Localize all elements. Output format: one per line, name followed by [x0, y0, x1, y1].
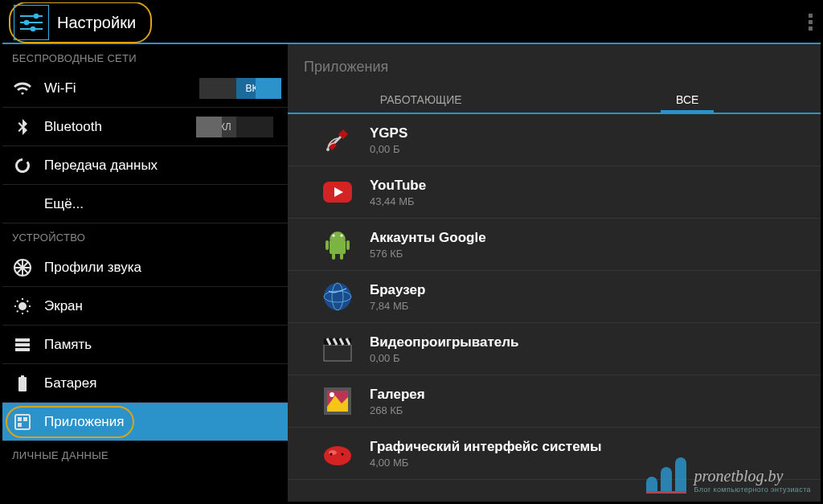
svg-point-7 — [18, 302, 27, 310]
svg-rect-25 — [346, 240, 350, 250]
sidebar-item-label: Экран — [44, 298, 278, 314]
gallery-icon — [320, 383, 355, 419]
sidebar-item-label: Bluetooth — [44, 119, 199, 135]
app-row-youtube[interactable]: YouTube43,44 МБ — [288, 166, 821, 219]
app-row-google-accounts[interactable]: Аккаунты Google576 КБ — [288, 219, 821, 271]
sidebar-item-label: Ещё... — [44, 196, 278, 212]
app-size: 0,00 Б — [370, 143, 407, 155]
svg-rect-11 — [18, 377, 27, 391]
app-size: 268 КБ — [370, 404, 425, 416]
storage-icon — [12, 335, 33, 354]
svg-rect-21 — [330, 240, 346, 254]
sidebar-section-header: ЛИЧНЫЕ ДАННЫЕ — [2, 441, 288, 466]
toggle-wifi[interactable]: ВКЛ — [199, 78, 278, 99]
header-highlight: Настройки — [9, 2, 152, 43]
apps-tabs: РАБОТАЮЩИЕВСЕ — [288, 85, 821, 114]
app-name: YGPS — [370, 125, 407, 141]
svg-rect-15 — [23, 417, 27, 421]
svg-rect-14 — [18, 417, 22, 421]
app-name: Графический интерфейс системы — [370, 439, 601, 455]
battery-icon — [12, 374, 33, 393]
app-row-gallery[interactable]: Галерея268 КБ — [288, 375, 821, 428]
jellybean-icon — [320, 436, 355, 471]
sidebar-item-label: Передача данных — [44, 158, 278, 174]
svg-point-38 — [329, 450, 337, 455]
app-name: Галерея — [370, 387, 425, 403]
sidebar-item-label: Приложения — [44, 414, 278, 430]
app-name: Браузер — [370, 282, 425, 298]
sidebar-item-more[interactable]: Ещё... — [2, 185, 288, 223]
app-window: Настройки БЕСПРОВОДНЫЕ СЕТИWi-FiВКЛBluet… — [0, 0, 823, 504]
sidebar-item-battery[interactable]: Батарея — [2, 364, 288, 403]
globe-icon — [320, 279, 355, 314]
sidebar-section-header: УСТРОЙСТВО — [2, 223, 288, 248]
app-size: 7,84 МБ — [370, 300, 425, 312]
svg-point-40 — [342, 453, 344, 456]
app-name: Аккаунты Google — [370, 230, 486, 246]
sidebar-item-bluetooth[interactable]: BluetoothВЫКЛ — [2, 108, 288, 146]
content-title: Приложения — [288, 44, 821, 85]
settings-sidebar: БЕСПРОВОДНЫЕ СЕТИWi-FiВКЛBluetoothВЫКЛПе… — [2, 44, 288, 502]
svg-rect-9 — [15, 343, 30, 346]
apps-list: YGPS0,00 БYouTube43,44 МБАккаунты Google… — [288, 114, 821, 502]
svg-rect-12 — [21, 375, 24, 378]
svg-point-36 — [330, 392, 334, 397]
action-bar: Настройки — [2, 2, 821, 44]
sidebar-item-data[interactable]: Передача данных — [2, 146, 288, 185]
svg-rect-26 — [332, 253, 335, 260]
overflow-menu-button[interactable] — [809, 14, 813, 31]
svg-rect-8 — [15, 338, 30, 342]
sidebar-item-label: Батарея — [44, 375, 278, 391]
settings-icon — [14, 5, 49, 40]
app-name: YouTube — [370, 178, 426, 194]
apps-icon — [12, 412, 33, 432]
app-size: 576 КБ — [370, 248, 486, 260]
svg-point-23 — [340, 234, 342, 236]
svg-point-28 — [324, 283, 351, 310]
svg-rect-31 — [324, 345, 351, 361]
toggle-bluetooth[interactable]: ВЫКЛ — [199, 117, 278, 137]
sound-icon — [12, 258, 33, 277]
app-row-ygps[interactable]: YGPS0,00 Б — [288, 114, 821, 166]
svg-rect-24 — [326, 240, 329, 250]
svg-point-22 — [332, 234, 334, 236]
app-name: Видеопроигрыватель — [370, 334, 519, 350]
sidebar-item-display[interactable]: Экран — [2, 287, 288, 326]
sidebar-item-apps[interactable]: Приложения — [2, 403, 288, 441]
svg-line-17 — [334, 137, 341, 143]
svg-rect-16 — [18, 423, 22, 427]
sidebar-item-sound[interactable]: Профили звука — [2, 248, 288, 287]
svg-point-1 — [34, 14, 39, 19]
app-row-browser[interactable]: Браузер7,84 МБ — [288, 271, 821, 323]
content-pane: Приложения РАБОТАЮЩИЕВСЕ YGPS0,00 БYouTu… — [288, 44, 821, 502]
app-size: 4,00 МБ — [370, 457, 601, 469]
svg-rect-27 — [340, 253, 343, 260]
clapper-icon — [320, 331, 355, 367]
app-size: 0,00 Б — [370, 352, 519, 364]
sidebar-item-storage[interactable]: Память — [2, 326, 288, 364]
svg-point-3 — [24, 20, 30, 26]
app-size: 43,44 МБ — [370, 195, 426, 207]
sidebar-item-label: Wi-Fi — [44, 80, 199, 96]
app-row-system-ui[interactable]: Графический интерфейс системы4,00 МБ — [288, 428, 821, 480]
sidebar-item-label: Память — [44, 337, 278, 353]
tab-all[interactable]: ВСЕ — [555, 85, 821, 113]
satellite-icon — [320, 122, 355, 158]
wifi-icon — [12, 79, 33, 98]
svg-point-5 — [31, 27, 36, 32]
data-usage-icon — [12, 156, 33, 175]
svg-point-39 — [330, 453, 333, 456]
tab-running[interactable]: РАБОТАЮЩИЕ — [288, 85, 555, 113]
sidebar-section-header: БЕСПРОВОДНЫЕ СЕТИ — [2, 44, 288, 69]
display-icon — [12, 297, 33, 316]
svg-point-37 — [324, 446, 351, 465]
android-icon — [320, 227, 355, 262]
youtube-icon — [320, 174, 355, 210]
page-title: Настройки — [57, 14, 136, 32]
app-row-video-player[interactable]: Видеопроигрыватель0,00 Б — [288, 323, 821, 375]
svg-rect-10 — [15, 348, 30, 351]
bluetooth-icon — [12, 117, 33, 137]
sidebar-item-label: Профили звука — [44, 260, 278, 276]
svg-rect-13 — [15, 415, 30, 429]
sidebar-item-wifi[interactable]: Wi-FiВКЛ — [2, 69, 288, 108]
